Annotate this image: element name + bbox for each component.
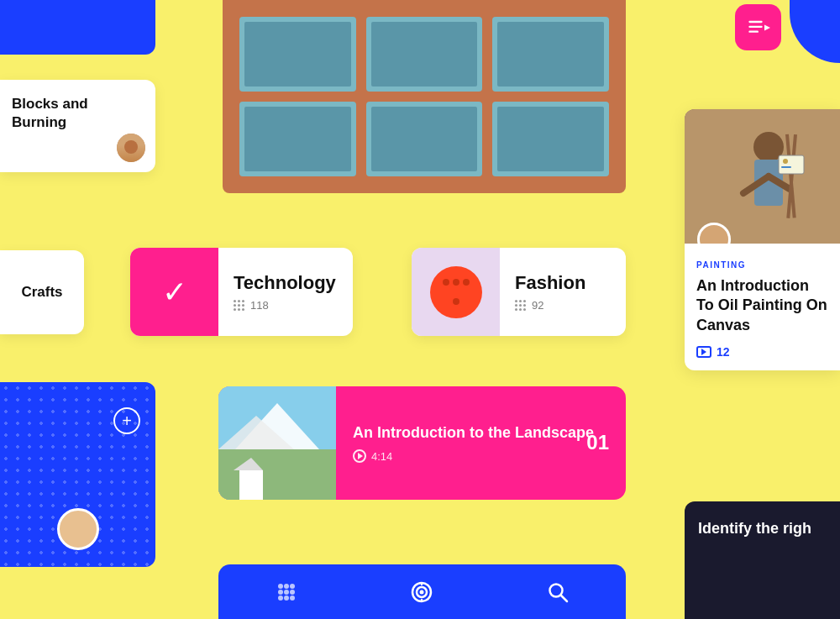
svg-rect-0 [748, 20, 762, 22]
painting-lessons-row: 12 [696, 345, 828, 359]
landscape-title: An Introduction to the Landscape [353, 423, 609, 443]
technology-content: Technology 118 [218, 272, 351, 312]
svg-point-13 [278, 590, 283, 595]
svg-point-18 [290, 595, 295, 601]
add-button[interactable]: + [113, 407, 140, 434]
svg-rect-35 [781, 166, 791, 168]
blue-arc-decoration [790, 0, 840, 63]
bottom-navigation [218, 564, 626, 619]
card-title: Blocks and Burning [12, 95, 144, 132]
svg-rect-5 [218, 449, 336, 500]
duration-text: 4:14 [371, 450, 392, 463]
episode-number: 01 [586, 431, 609, 454]
svg-marker-3 [764, 24, 770, 30]
svg-point-10 [278, 584, 283, 589]
technology-count-row: 118 [234, 299, 336, 312]
crafts-label: Crafts [21, 284, 62, 301]
technology-title: Technology [234, 272, 336, 294]
avatar [117, 134, 145, 162]
target-nav-icon [410, 580, 433, 604]
dots-grid-icon [515, 300, 527, 312]
svg-point-21 [420, 590, 424, 594]
list-play-icon [747, 16, 770, 39]
play-triangle [358, 453, 363, 459]
svg-rect-8 [239, 470, 263, 500]
svg-point-14 [284, 590, 289, 595]
search-nav-icon [547, 581, 569, 603]
technology-count: 118 [250, 299, 269, 312]
technology-card[interactable]: ✓ Technology 118 [130, 248, 353, 336]
building-image [223, 0, 626, 193]
blue-dotted-panel: + [0, 382, 155, 567]
dots-grid-icon [234, 300, 245, 312]
lessons-count: 12 [717, 345, 730, 359]
button-decoration [430, 266, 482, 318]
nav-target-button[interactable] [403, 574, 440, 611]
play-icon [353, 449, 366, 463]
crafts-card[interactable]: Crafts [0, 250, 84, 334]
landscape-thumbnail [218, 386, 336, 500]
painting-thumbnail [685, 109, 840, 244]
person-avatar [57, 508, 99, 550]
nav-search-button[interactable] [539, 574, 576, 611]
svg-rect-1 [748, 25, 762, 27]
blue-header-block [0, 0, 155, 55]
svg-rect-2 [748, 30, 759, 32]
checkmark-icon: ✓ [162, 275, 187, 310]
landscape-content: An Introduction to the Landscape 4:14 01 [336, 408, 626, 478]
svg-point-17 [284, 595, 289, 601]
svg-point-15 [290, 590, 295, 595]
svg-point-34 [783, 159, 788, 164]
painting-body: PAINTING An Introduction To Oil Painting… [685, 244, 840, 370]
blocks-burning-card[interactable]: Blocks and Burning [0, 80, 155, 172]
painting-course-card[interactable]: PAINTING An Introduction To Oil Painting… [685, 109, 840, 370]
landscape-duration: 4:14 [353, 449, 609, 463]
landscape-course-card[interactable]: An Introduction to the Landscape 4:14 01 [218, 386, 626, 500]
painting-title: An Introduction To Oil Painting On Canva… [696, 276, 828, 335]
svg-point-11 [284, 584, 289, 589]
dark-course-card[interactable]: Identify the righ [685, 501, 840, 619]
fashion-count-row: 92 [515, 299, 585, 312]
dots-grid-nav-icon [275, 580, 298, 604]
svg-point-12 [290, 584, 295, 589]
video-icon [696, 346, 711, 358]
menu-icon-button[interactable] [735, 4, 781, 50]
painting-category-label: PAINTING [696, 260, 828, 270]
fashion-title: Fashion [515, 272, 585, 294]
fashion-thumbnail [412, 248, 500, 336]
svg-rect-33 [779, 155, 804, 174]
dark-card-text: Identify the righ [698, 518, 827, 539]
svg-line-25 [561, 595, 568, 601]
fashion-content: Fashion 92 [500, 272, 601, 312]
video-play-triangle [701, 349, 706, 355]
fashion-count: 92 [532, 299, 543, 312]
technology-thumbnail: ✓ [130, 248, 218, 336]
fashion-card[interactable]: Fashion 92 [412, 248, 626, 336]
nav-dots-button[interactable] [268, 574, 305, 611]
svg-point-16 [278, 595, 283, 601]
